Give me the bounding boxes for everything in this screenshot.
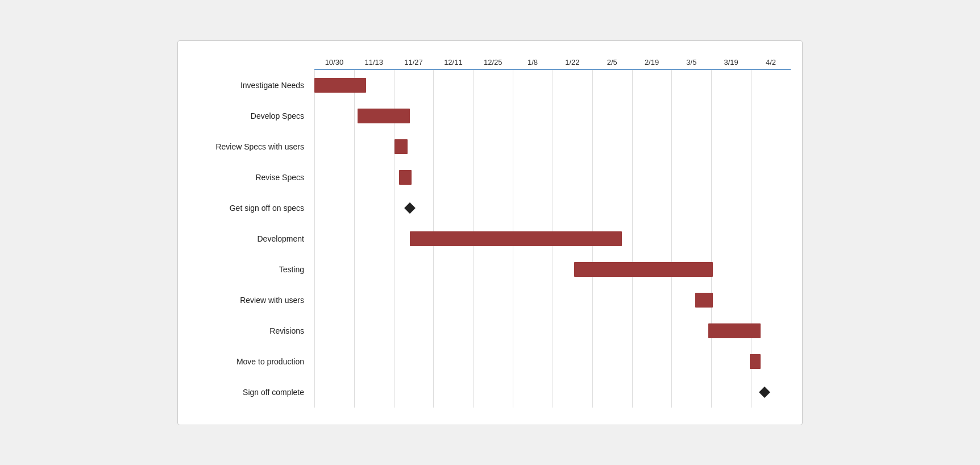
gantt-row: Sign off complete [184, 377, 791, 408]
grid-line [513, 315, 553, 346]
grid-line [354, 223, 394, 254]
grid-line [513, 254, 553, 285]
grid-lines [314, 346, 791, 377]
gantt-milestone [759, 387, 770, 398]
grid-line [473, 377, 513, 408]
grid-line [354, 285, 394, 315]
row-label: Sign off complete [184, 388, 314, 397]
grid-line [671, 193, 711, 223]
grid-line [513, 193, 553, 223]
grid-line [354, 377, 394, 408]
row-chart [314, 193, 791, 223]
grid-line [314, 346, 354, 377]
grid-line [314, 254, 354, 285]
grid-line [433, 101, 473, 131]
gantt-bar [410, 231, 622, 246]
grid-line [433, 254, 473, 285]
grid-line [751, 70, 791, 101]
grid-line [632, 377, 672, 408]
grid-line [513, 162, 553, 193]
grid-line [433, 131, 473, 162]
grid-line [553, 315, 592, 346]
grid-line [314, 162, 354, 193]
grid-line [513, 101, 553, 131]
grid-line [354, 131, 394, 162]
grid-line [354, 254, 394, 285]
grid-line [632, 315, 672, 346]
grid-line [711, 101, 751, 131]
row-label: Move to production [184, 357, 314, 366]
gantt-row: Revisions [184, 315, 791, 346]
grid-line [553, 70, 592, 101]
grid-line [632, 101, 672, 131]
grid-line [354, 346, 394, 377]
grid-line [632, 193, 672, 223]
grid-line [592, 70, 632, 101]
grid-line [394, 346, 434, 377]
gantt-bar [358, 109, 409, 123]
grid-line [314, 131, 354, 162]
grid-line [671, 131, 711, 162]
row-chart [314, 254, 791, 285]
gantt-row: Develop Specs [184, 101, 791, 131]
row-chart [314, 101, 791, 131]
gantt-bar [574, 262, 713, 277]
grid-line [433, 162, 473, 193]
row-chart [314, 285, 791, 315]
grid-line [553, 193, 592, 223]
row-label: Get sign off on specs [184, 204, 314, 213]
row-label: Develop Specs [184, 111, 314, 121]
grid-line [314, 377, 354, 408]
grid-line [711, 193, 751, 223]
grid-line [433, 315, 473, 346]
grid-line [632, 162, 672, 193]
gantt-row: Investigate Needs [184, 70, 791, 101]
grid-line [553, 162, 592, 193]
row-label: Testing [184, 265, 314, 274]
grid-line [632, 223, 672, 254]
grid-line [751, 193, 791, 223]
header-label-4/2: 4/2 [751, 58, 791, 67]
header-label-3/19: 3/19 [711, 58, 751, 67]
grid-line [473, 193, 513, 223]
gantt-bar [695, 293, 712, 308]
grid-line [632, 285, 672, 315]
grid-line [394, 254, 434, 285]
grid-line [473, 315, 513, 346]
grid-line [433, 377, 473, 408]
grid-line [671, 315, 711, 346]
grid-line [473, 162, 513, 193]
grid-line [354, 193, 394, 223]
grid-line [473, 101, 513, 131]
row-chart [314, 315, 791, 346]
row-chart [314, 223, 791, 254]
gantt-row: Development [184, 223, 791, 254]
grid-line [592, 315, 632, 346]
grid-line [473, 254, 513, 285]
grid-line [751, 162, 791, 193]
grid-line [592, 131, 632, 162]
grid-line [632, 70, 672, 101]
header-label-11/27: 11/27 [394, 58, 434, 67]
grid-line [433, 346, 473, 377]
grid-line [394, 315, 434, 346]
grid-line [354, 162, 394, 193]
header-label-1/22: 1/22 [553, 58, 592, 67]
grid-line [553, 377, 592, 408]
grid-line [751, 285, 791, 315]
grid-lines [314, 254, 791, 285]
grid-line [433, 70, 473, 101]
grid-line [314, 223, 354, 254]
header-label-10/30: 10/30 [314, 58, 354, 67]
gantt-row: Move to production [184, 346, 791, 377]
row-label: Review Specs with users [184, 142, 314, 151]
gantt-row: Review Specs with users [184, 131, 791, 162]
gantt-row: Testing [184, 254, 791, 285]
grid-line [751, 131, 791, 162]
grid-line [592, 346, 632, 377]
grid-line [751, 223, 791, 254]
grid-line [711, 377, 751, 408]
gantt-bar [314, 78, 366, 93]
row-label: Investigate Needs [184, 81, 314, 90]
gantt-header: 10/3011/1311/2712/1112/251/81/222/52/193… [314, 58, 791, 67]
